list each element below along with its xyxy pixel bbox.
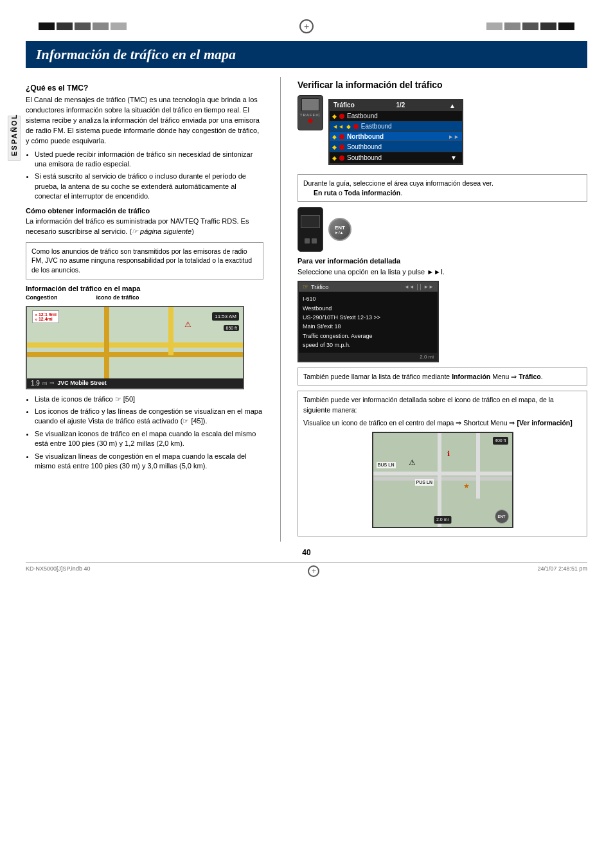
color-block-2 [57, 22, 73, 30]
subsection1-heading: Para ver información detallada [298, 257, 587, 265]
file-info: KD-NX5000[J]SP.indb 40 [26, 565, 90, 577]
color-block-8 [522, 22, 538, 30]
play-label: ►/▲ [335, 231, 345, 235]
map2-road-label-1: BUS LN [377, 462, 396, 468]
map2-dist-badge: 400 ft [493, 437, 508, 445]
section3-heading: Información del tráfico en el mapa [26, 285, 263, 292]
map-road-horizontal [27, 342, 243, 348]
device-container: ENT ►/▲ [298, 207, 587, 252]
right-marks [486, 22, 574, 30]
traffic-detail-footer: 2.0 mi [299, 353, 438, 361]
detail-arrow-icon: ☞ [303, 283, 308, 290]
color-block-5 [111, 22, 127, 30]
distance-badge: 850 ft [224, 325, 239, 331]
bullet-list-2: Lista de iconos de tráfico ☞ [50] Los ic… [35, 394, 263, 472]
registration-marks: + [26, 19, 587, 33]
bottom-crosshair: + [308, 565, 319, 577]
instruction-1-text: Durante la guía, seleccione el área cuya… [303, 179, 493, 187]
instruction-3-text2: Visualice un icono de tráfico en el cent… [303, 418, 582, 428]
bullet-item-5: Se visualizan iconos de tráfico en el ma… [35, 429, 263, 449]
row4-text[interactable]: Southbound [347, 143, 459, 150]
traffic-screen: Tráfico 1/2 ▲ ◆ Eastbound ◄◄ ◆ [328, 99, 463, 165]
bullet-item-3: Lista de iconos de tráfico ☞ [50] [35, 394, 263, 404]
map2-warning-icon: ⚠ [409, 457, 416, 468]
nav-screen [301, 215, 320, 228]
detail-header-label: Tráfico [311, 284, 328, 290]
map-icon-label: Icono de tráfico [96, 294, 139, 301]
center-crosshair: + [299, 19, 314, 33]
row5-text[interactable]: Southbound [347, 154, 445, 161]
bullet-item-6: Se visualizan líneas de congestión en el… [35, 452, 263, 472]
page-title: Información de tráfico en el mapa [26, 41, 587, 68]
nav-buttons [305, 238, 317, 244]
navigation-device [298, 207, 323, 252]
traffic-row-5: ◆ Southbound ▼ [330, 152, 462, 164]
row4-dot [339, 145, 344, 150]
section1-para1: El Canal de mensajes de tráfico (TMC) es… [26, 95, 263, 146]
traffic-detail-screen: ☞ Tráfico ◄◄ ││ ►► I-610 Westbound US-29… [298, 281, 439, 362]
detail-dist: 2.0 mi [420, 354, 434, 360]
row2-dot [353, 124, 359, 129]
traffic-header-label: Tráfico [333, 102, 355, 110]
map-direction-arrow: ⇒ [49, 380, 55, 386]
scroll-down-arrow[interactable]: ▼ [448, 154, 459, 162]
map-bottom-bar: 1.9 mi ⇒ JVC Mobile Street [27, 378, 243, 388]
row1-dot [339, 114, 344, 119]
bullet-item-4: Los iconos de tráfico y las líneas de co… [35, 407, 263, 427]
map2-ent-button[interactable]: ENT [495, 509, 509, 524]
row5-dot [339, 155, 344, 161]
instruction-2-text: También puede llamar la lista de tráfico… [303, 373, 452, 380]
instruction-2-bold2: Tráfico [519, 373, 540, 380]
color-block-7 [504, 22, 520, 30]
map2-traffic-icon: ℹ [447, 449, 450, 459]
detail-nav-icons: ◄◄ ││ ►► [404, 284, 434, 290]
row1-text[interactable]: Eastbound [347, 112, 459, 120]
device-label: TRAFFIC [300, 113, 321, 117]
map2-road-h2 [373, 477, 512, 481]
device-screen [301, 98, 319, 111]
map2-road-label-2: PUS LN [415, 479, 434, 486]
main-content: ESPAÑOL ¿Qué es el TMC? El Canal de mens… [26, 77, 587, 542]
instruction-box-3: También puede ver información detallada … [298, 391, 587, 536]
traffic-row-northbound[interactable]: ◆ Northbound ►► [330, 132, 462, 142]
left-column: ESPAÑOL ¿Qué es el TMC? El Canal de mens… [26, 77, 263, 542]
traffic-screen-wrapper: TRAFFIC Tráfico 1/2 ▲ ◆ Eastbound [298, 95, 587, 169]
bullet-item-2: Si está suscrito al servicio de tráfico … [35, 172, 263, 201]
map-street-name: JVC Mobile Street [57, 380, 107, 386]
right-column: Verificar la información del tráfico TRA… [298, 77, 587, 542]
nav-btn-1[interactable] [305, 238, 310, 244]
row3-dot [339, 134, 344, 139]
map-time-badge: 11:53 AM [212, 312, 239, 321]
detail-line-1: I-610 [303, 294, 434, 303]
map2-road-v2 [476, 433, 480, 499]
row5-diamond: ◆ [332, 155, 337, 161]
map2-road-v1 [438, 433, 441, 527]
map2-road-h1 [373, 472, 512, 475]
traffic-screen-header: Tráfico 1/2 ▲ [330, 100, 462, 111]
instruction-box-1: Durante la guía, seleccione el área cuya… [298, 174, 587, 202]
nav-btn-2[interactable] [312, 238, 317, 244]
section1-heading: ¿Qué es el TMC? [26, 84, 263, 93]
map-distance: 1.9 [31, 380, 40, 387]
map2-display: 400 ft ⚠ ℹ ★ BUS LN PUS LN ENT 2.0 mi [372, 432, 513, 528]
toda-informacion-label: Toda información [344, 189, 400, 197]
color-block-1 [39, 22, 55, 30]
device-indicator [308, 118, 313, 123]
row3-diamond: ◆ [332, 134, 337, 140]
row2-text[interactable]: Eastbound [361, 123, 459, 130]
page-number: 40 [26, 548, 587, 557]
map-road-vertical [104, 307, 109, 388]
detail-line-5: Traffic congestion. Average [303, 332, 434, 341]
language-sidebar: ESPAÑOL [8, 116, 21, 161]
map-congestion-label: Congestion [26, 294, 58, 301]
ent-button[interactable]: ENT ►/▲ [328, 218, 351, 241]
traffic-row-1: ◆ Eastbound [330, 111, 462, 121]
en-ruta-label: En ruta [314, 189, 337, 197]
color-block-4 [93, 22, 109, 30]
row3-text[interactable]: Northbound [347, 133, 445, 140]
traffic-warning-icon: ⚠ [184, 320, 191, 329]
scroll-up-arrow[interactable]: ▲ [447, 102, 458, 110]
detail-line-4: Main St/exit 18 [303, 322, 434, 331]
column-divider [280, 77, 281, 542]
info-box-1: Como los anuncios de tráfico son transmi… [26, 242, 263, 279]
